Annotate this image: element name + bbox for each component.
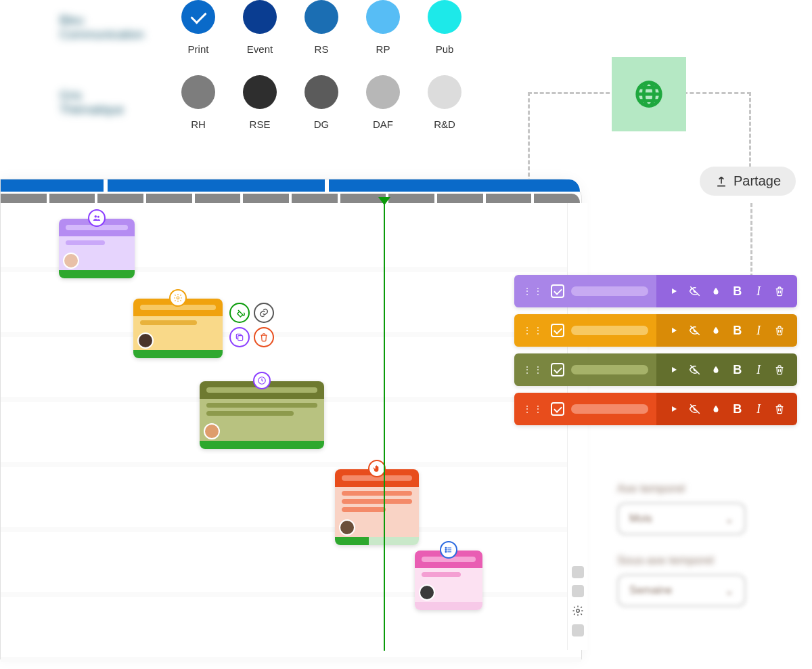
italic-icon[interactable]: I: [752, 402, 765, 416]
swatch-circle[interactable]: [181, 75, 215, 109]
drag-handle-icon[interactable]: ⋮⋮: [522, 364, 544, 375]
timeline-header-main: [1, 179, 581, 192]
dashed-connector-right: [683, 92, 751, 173]
timeline-card-c3[interactable]: [200, 381, 324, 449]
drop-icon[interactable]: [709, 363, 723, 376]
drop-icon[interactable]: [709, 324, 723, 337]
swatch-r&d[interactable]: R&D: [428, 75, 461, 130]
sidebar-mini-2[interactable]: [572, 585, 584, 597]
color-palette-section: Bleu Communication PrintEventRSRPPub Gri…: [60, 0, 461, 150]
timeline-playhead[interactable]: [384, 204, 385, 651]
drop-icon[interactable]: [709, 284, 723, 298]
timeline-board: [0, 179, 582, 660]
svg-rect-13: [238, 336, 243, 341]
timeline-card-c5[interactable]: [415, 551, 482, 610]
swatch-rh[interactable]: RH: [181, 75, 215, 130]
play-icon[interactable]: [667, 324, 681, 337]
legend-checkbox[interactable]: [551, 402, 564, 416]
action-copy[interactable]: [229, 327, 250, 347]
bold-icon[interactable]: B: [731, 402, 744, 416]
drag-handle-icon[interactable]: ⋮⋮: [522, 404, 544, 414]
swatch-circle[interactable]: [181, 0, 215, 34]
svg-point-5: [177, 297, 179, 299]
clock-icon: [253, 372, 271, 389]
legend-row-2[interactable]: ⋮⋮BI: [514, 353, 797, 386]
trash-icon[interactable]: [773, 363, 786, 376]
swatch-dg[interactable]: DG: [304, 75, 338, 130]
trash-icon[interactable]: [773, 284, 786, 298]
swatch-circle[interactable]: [366, 75, 400, 109]
legend-checkbox[interactable]: [551, 324, 564, 337]
sidebar-mini-1[interactable]: [572, 566, 584, 578]
legend-row-1[interactable]: ⋮⋮BI: [514, 314, 797, 347]
swatch-label: DG: [314, 118, 330, 130]
share-button[interactable]: Partage: [700, 167, 796, 196]
play-icon[interactable]: [667, 284, 681, 298]
swatch-label: RH: [191, 118, 206, 130]
timeline-card-c1[interactable]: [59, 219, 135, 278]
swatch-rs[interactable]: RS: [304, 0, 338, 55]
drag-handle-icon[interactable]: ⋮⋮: [522, 325, 544, 336]
legend-label-placeholder: [571, 365, 648, 374]
play-icon[interactable]: [667, 402, 681, 416]
avatar: [204, 423, 220, 439]
swatch-circle[interactable]: [304, 75, 338, 109]
eye-slash-icon[interactable]: [688, 402, 702, 416]
bold-icon[interactable]: B: [731, 324, 744, 337]
eye-slash-icon[interactable]: [688, 284, 702, 298]
swatch-daf[interactable]: DAF: [366, 75, 400, 130]
swatch-circle[interactable]: [243, 0, 277, 34]
bold-icon[interactable]: B: [731, 284, 744, 298]
swatch-label: Print: [188, 43, 209, 55]
italic-icon[interactable]: I: [752, 284, 765, 298]
chevron-down-icon: ⌄: [725, 513, 734, 525]
timeline-card-c4[interactable]: [335, 469, 419, 545]
swatch-circle[interactable]: [243, 75, 277, 109]
italic-icon[interactable]: I: [752, 363, 765, 376]
globe-icon: [633, 79, 664, 110]
swatch-circle[interactable]: [366, 0, 400, 34]
action-paint-bucket[interactable]: [229, 303, 250, 323]
swatch-rse[interactable]: RSE: [243, 75, 277, 130]
legend-checkbox[interactable]: [551, 363, 564, 376]
share-button-label: Partage: [734, 173, 781, 189]
legend-checkbox[interactable]: [551, 284, 564, 298]
eye-slash-icon[interactable]: [688, 324, 702, 337]
italic-icon[interactable]: I: [752, 324, 765, 337]
trash-icon[interactable]: [773, 402, 786, 416]
trash-icon[interactable]: [773, 324, 786, 337]
swatch-rp[interactable]: RP: [366, 0, 400, 55]
swatch-print[interactable]: Print: [181, 0, 215, 55]
swatch-circle[interactable]: [428, 75, 461, 109]
swatch-event[interactable]: Event: [243, 0, 277, 55]
eye-slash-icon[interactable]: [688, 363, 702, 376]
palette-row-thematique: Gris Thématique RHRSEDGDAFR&D: [60, 75, 461, 130]
svg-point-10: [445, 547, 447, 548]
action-trash[interactable]: [254, 327, 274, 347]
settings-select-axis[interactable]: Mois ⌄: [617, 502, 746, 535]
timeline-card-c2[interactable]: [133, 299, 223, 358]
legend-label-placeholder: [571, 286, 648, 296]
avatar: [419, 584, 435, 601]
settings-area: Axe temporel Mois ⌄ Sous-axe temporel Se…: [617, 482, 786, 626]
play-icon[interactable]: [667, 363, 681, 376]
legend-row-0[interactable]: ⋮⋮BI: [514, 275, 797, 307]
sidebar-mini-3[interactable]: [572, 624, 584, 636]
swatch-circle[interactable]: [428, 0, 461, 34]
settings-label-axis: Axe temporel: [617, 482, 786, 496]
settings-label-subaxis: Sous-axe temporel: [617, 554, 786, 567]
sidebar-gear-icon[interactable]: [571, 604, 585, 618]
bold-icon[interactable]: B: [731, 363, 744, 376]
svg-point-12: [445, 551, 447, 553]
legend-row-3[interactable]: ⋮⋮BI: [514, 393, 797, 425]
swatch-label: RP: [376, 43, 390, 55]
palette-label-2: Gris Thématique: [60, 89, 181, 117]
settings-select-subaxis[interactable]: Semaine ⌄: [617, 574, 746, 607]
action-link[interactable]: [254, 303, 274, 323]
drag-handle-icon[interactable]: ⋮⋮: [522, 286, 544, 297]
swatch-circle[interactable]: [304, 0, 338, 34]
gear-icon: [169, 289, 187, 307]
list-icon: [440, 541, 457, 559]
drop-icon[interactable]: [709, 402, 723, 416]
swatch-pub[interactable]: Pub: [428, 0, 461, 55]
